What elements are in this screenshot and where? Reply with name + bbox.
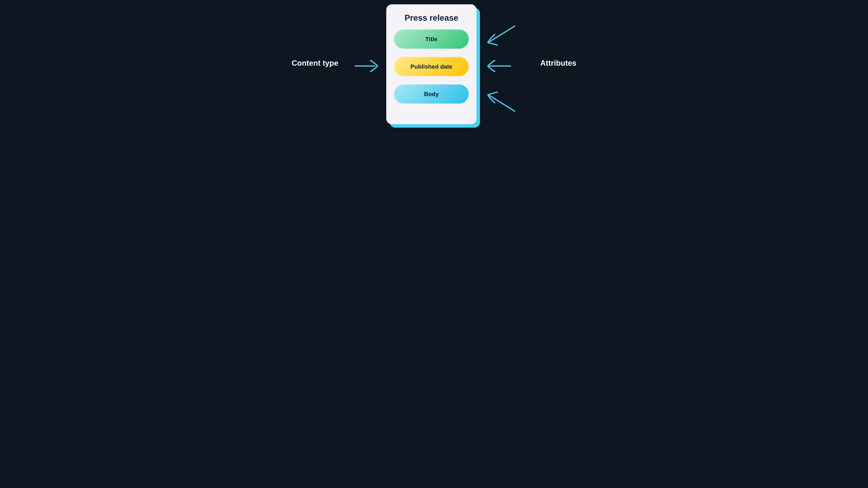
diagram-canvas: Content type Press release Title Publish… [279, 0, 589, 131]
arrow-right-icon [354, 59, 380, 73]
content-type-label: Content type [292, 59, 338, 67]
attribute-pill-body: Body [394, 84, 469, 104]
content-type-card: Press release Title Published date Body [386, 4, 476, 124]
svg-line-3 [490, 95, 515, 111]
arrow-left-up-icon [482, 89, 517, 115]
attribute-pill-title: Title [394, 30, 469, 49]
card-title: Press release [394, 13, 469, 23]
attributes-label: Attributes [540, 59, 576, 67]
svg-line-1 [490, 26, 515, 42]
arrow-left-down-icon [482, 23, 517, 49]
arrow-left-icon [482, 59, 511, 73]
attribute-pill-published-date: Published date [394, 57, 469, 76]
